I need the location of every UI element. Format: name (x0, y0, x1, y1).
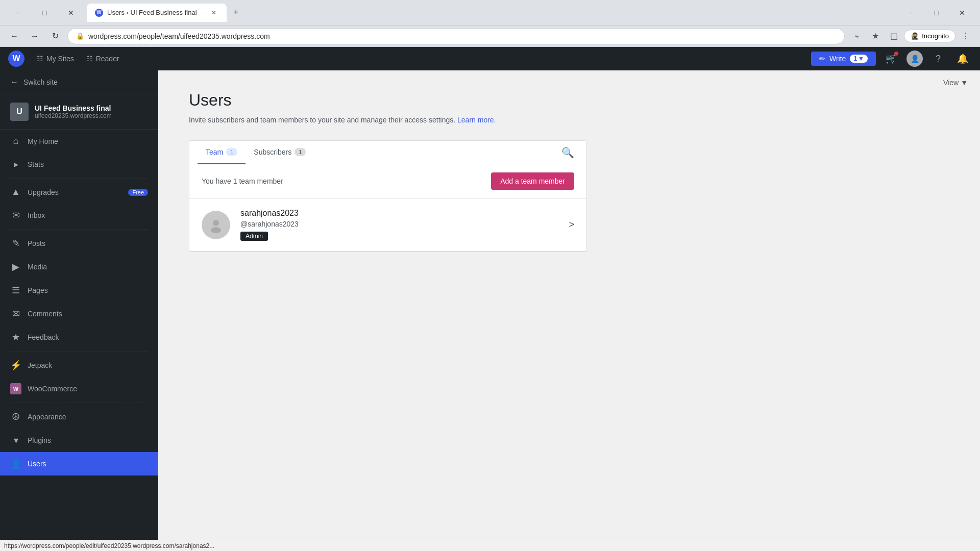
woo-logo: W (10, 383, 21, 394)
sidebar-item-pages[interactable]: ☰ Pages (0, 279, 158, 302)
address-bar[interactable]: 🔒 wordpress.com/people/team/uifeed20235.… (67, 28, 845, 44)
cart-badge (894, 52, 898, 56)
help-button[interactable]: ? (929, 49, 947, 68)
sidebar-item-upgrades[interactable]: ▲ Upgrades Free (0, 181, 158, 204)
win-close-button[interactable]: ✕ (950, 5, 974, 21)
sidebar-label-plugins: Plugins (28, 436, 148, 444)
back-button[interactable]: ← (6, 28, 22, 44)
minimize-button[interactable]: − (6, 5, 30, 21)
browser-chrome: − □ ✕ W Users ‹ UI Feed Business final —… (0, 0, 980, 26)
sidebar-item-appearance[interactable]: ☮ Appearance (0, 405, 158, 429)
tab-close-button[interactable]: ✕ (209, 8, 218, 17)
cart-button[interactable]: 🛒 (882, 49, 900, 68)
learn-more-link[interactable]: Learn more. (457, 116, 496, 124)
woo-icon: W (10, 383, 21, 394)
new-tab-button[interactable]: + (229, 6, 243, 20)
sidebar-item-comments[interactable]: ✉ Comments (0, 302, 158, 325)
tab-title: Users ‹ UI Feed Business final — (107, 9, 205, 16)
sidebar-item-plugins[interactable]: ▾ Plugins (0, 429, 158, 452)
write-label: Write (829, 55, 846, 63)
site-name: UI Feed Business final (35, 104, 112, 112)
user-name: sarahjonas2023 (240, 209, 569, 218)
table-row[interactable]: sarahjonas2023 @sarahjonas2023 Admin > (189, 198, 586, 252)
sidebar-item-my-home[interactable]: ⌂ My Home (0, 130, 158, 153)
sidebar-label-stats: Stats (28, 160, 148, 168)
site-url: uifeed20235.wordpress.com (35, 112, 112, 119)
svg-point-1 (211, 227, 221, 233)
write-chevron: ▼ (858, 55, 864, 62)
sidebar-item-inbox[interactable]: ✉ Inbox (0, 204, 158, 227)
sidebar-divider-2 (10, 229, 148, 230)
sidebar-item-jetpack[interactable]: ⚡ Jetpack (0, 354, 158, 377)
tab-team[interactable]: Team 1 (198, 141, 246, 164)
sidebar-label-inbox: Inbox (28, 211, 148, 219)
my-sites-link[interactable]: ☷ My Sites (37, 55, 74, 63)
refresh-button[interactable]: ↻ (47, 28, 63, 44)
active-tab[interactable]: W Users ‹ UI Feed Business final — ✕ (87, 4, 227, 22)
screen-cast-icon[interactable]: ⍀ (849, 28, 865, 44)
site-info[interactable]: U UI Feed Business final uifeed20235.wor… (0, 94, 158, 130)
team-header-bar: You have 1 team member Add a team member (189, 164, 586, 198)
sidebar-item-users[interactable]: 👤 Users (0, 452, 158, 475)
sidebar-item-feedback[interactable]: ★ Feedback (0, 325, 158, 349)
tab-team-label: Team (206, 148, 223, 156)
tab-favicon: W (95, 9, 103, 17)
page-description: Invite subscribers and team members to y… (189, 116, 587, 124)
window-controls: − □ ✕ (899, 5, 974, 21)
status-bar: https://wordpress.com/people/edit/uifeed… (0, 540, 980, 551)
split-view-icon[interactable]: ◫ (886, 28, 902, 44)
tab-subscribers-label: Subscribers (254, 148, 291, 156)
write-button[interactable]: ✏ Write 1 ▼ (811, 52, 876, 66)
upgrades-icon: ▲ (10, 187, 21, 197)
jetpack-icon: ⚡ (10, 360, 21, 371)
switch-site-icon: ← (10, 78, 18, 87)
feedback-icon: ★ (10, 332, 21, 343)
reader-link[interactable]: ☷ Reader (86, 55, 119, 63)
plugins-icon: ▾ (10, 435, 21, 446)
page-desc-text: Invite subscribers and team members to y… (189, 116, 455, 124)
win-restore-button[interactable]: □ (925, 5, 948, 21)
user-role-badge: Admin (240, 232, 268, 241)
wp-logo[interactable]: W (8, 51, 24, 67)
tabs-header: Team 1 Subscribers 1 🔍 (189, 141, 586, 164)
sidebar-label-media: Media (28, 263, 148, 271)
close-button[interactable]: ✕ (59, 5, 83, 21)
search-button[interactable]: 🔍 (557, 142, 578, 163)
tab-content-team: You have 1 team member Add a team member… (189, 164, 586, 252)
my-sites-icon: ☷ (37, 55, 43, 63)
page-title: Users (189, 91, 587, 110)
tab-subscribers[interactable]: Subscribers 1 (246, 141, 314, 164)
stats-icon: ▸ (10, 159, 21, 170)
topbar-right: ✏ Write 1 ▼ 🛒 👤 ? 🔔 (811, 49, 972, 68)
lock-icon: 🔒 (76, 32, 84, 40)
sidebar-label-appearance: Appearance (28, 413, 148, 421)
maximize-button[interactable]: □ (33, 5, 56, 21)
site-icon: U (10, 103, 29, 121)
sidebar: ← Switch site U UI Feed Business final u… (0, 70, 158, 551)
sidebar-item-stats[interactable]: ▸ Stats (0, 153, 158, 176)
switch-site-button[interactable]: ← Switch site (0, 70, 158, 94)
notifications-button[interactable]: 🔔 (953, 49, 972, 68)
view-button[interactable]: View ▼ (943, 79, 968, 87)
add-team-member-button[interactable]: Add a team member (491, 172, 574, 190)
browser-controls: − □ ✕ (6, 5, 83, 21)
my-sites-label: My Sites (46, 55, 74, 63)
switch-site-label: Switch site (23, 78, 58, 86)
app-layout: ← Switch site U UI Feed Business final u… (0, 70, 980, 551)
incognito-button[interactable]: 🥷 Incognito (904, 30, 955, 42)
sidebar-item-posts[interactable]: ✎ Posts (0, 232, 158, 255)
win-minimize-button[interactable]: − (899, 5, 923, 21)
incognito-icon: 🥷 (911, 32, 919, 40)
sidebar-label-pages: Pages (28, 286, 148, 294)
write-count: 1 (853, 55, 857, 62)
bookmark-icon[interactable]: ★ (867, 28, 884, 44)
sidebar-item-woocommerce[interactable]: W WooCommerce (0, 377, 158, 400)
address-text: wordpress.com/people/team/uifeed20235.wo… (88, 32, 270, 40)
more-options-icon[interactable]: ⋮ (958, 28, 974, 44)
forward-button[interactable]: → (27, 28, 43, 44)
tab-bar: W Users ‹ UI Feed Business final — ✕ + (87, 4, 895, 22)
sidebar-label-upgrades: Upgrades (28, 188, 122, 196)
user-avatar-button[interactable]: 👤 (906, 51, 923, 67)
sidebar-item-media[interactable]: ▶ Media (0, 255, 158, 279)
sidebar-nav: ⌂ My Home ▸ Stats ▲ Upgrades Free ✉ Inbo… (0, 130, 158, 551)
